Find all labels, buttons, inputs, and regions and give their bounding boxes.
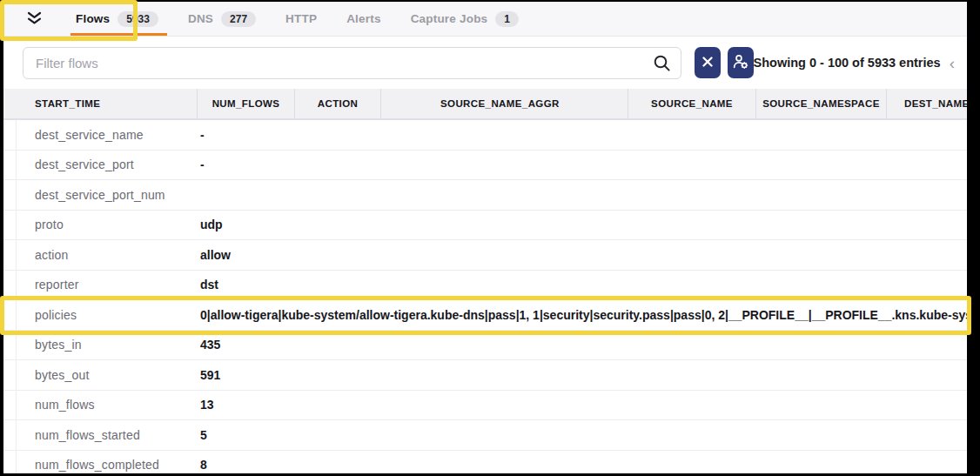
column-header-num-flows[interactable]: NUM_FLOWS xyxy=(197,89,294,118)
table-header-row: START_TIME NUM_FLOWS ACTION SOURCE_NAME_… xyxy=(3,89,967,120)
detail-key: num_flows xyxy=(35,398,95,412)
filter-bar: Showing 0 - 100 of 5933 entries ‹ xyxy=(3,37,967,89)
detail-value: allow xyxy=(200,248,231,262)
detail-value: 591 xyxy=(200,368,220,382)
detail-key: dest_service_port xyxy=(35,158,134,171)
detail-key: policies xyxy=(35,308,77,322)
detail-key: num_flows_started xyxy=(35,428,140,442)
detail-key: proto xyxy=(35,218,64,231)
detail-value: dst xyxy=(200,278,218,292)
close-icon xyxy=(702,57,713,70)
tab-label: HTTP xyxy=(285,12,317,25)
detail-row-bytes-in: bytes_in 435 xyxy=(3,331,967,361)
detail-key: dest_service_port_num xyxy=(35,188,165,202)
detail-value: udp xyxy=(200,218,223,231)
double-chevron-down-icon[interactable] xyxy=(24,11,44,26)
tab-label: Flows xyxy=(76,12,110,25)
detail-value: 0|allow-tigera|kube-system/allow-tigera.… xyxy=(200,308,967,322)
detail-row-num-flows-started: num_flows_started 5 xyxy=(3,420,967,451)
tab-http[interactable]: HTTP xyxy=(285,2,317,36)
column-header-action[interactable]: ACTION xyxy=(294,89,380,118)
detail-row-dest-service-port: dest_service_port - xyxy=(3,151,967,181)
column-header-dest-name-aggr[interactable]: DEST_NAME_AGGR xyxy=(886,89,967,118)
detail-key: bytes_out xyxy=(35,368,90,382)
detail-row-policies: policies 0|allow-tigera|kube-system/allo… xyxy=(3,300,967,331)
flow-viewer-app: Flows 5933 DNS 277 HTTP Alerts Capture J… xyxy=(3,2,967,473)
tab-capture-jobs[interactable]: Capture Jobs 1 xyxy=(411,2,519,36)
detail-row-num-flows-completed: num_flows_completed 8 xyxy=(3,451,967,474)
tab-label: Alerts xyxy=(346,12,380,25)
detail-value: 13 xyxy=(200,398,214,412)
column-header-source-namespace[interactable]: SOURCE_NAMESPACE xyxy=(755,89,886,118)
clear-filter-button[interactable] xyxy=(695,47,721,78)
column-header-start-time[interactable]: START_TIME xyxy=(3,89,197,118)
detail-row-dest-service-port-num: dest_service_port_num xyxy=(3,180,967,211)
detail-row-dest-service-name: dest_service_name - xyxy=(3,120,967,151)
detail-value: 5 xyxy=(200,428,207,442)
filter-input[interactable] xyxy=(23,47,681,79)
detail-key: dest_service_name xyxy=(35,128,144,142)
chevron-left-icon[interactable]: ‹ xyxy=(950,55,955,71)
tab-flows[interactable]: Flows 5933 xyxy=(76,2,158,36)
user-settings-button[interactable] xyxy=(728,47,754,78)
tab-dns[interactable]: DNS 277 xyxy=(188,2,256,36)
user-gear-icon xyxy=(732,53,748,72)
detail-value: - xyxy=(200,128,205,142)
detail-value: 435 xyxy=(200,338,220,352)
detail-row-reporter: reporter dst xyxy=(3,271,967,301)
tab-bar: Flows 5933 DNS 277 HTTP Alerts Capture J… xyxy=(3,2,967,37)
column-header-source-name-aggr[interactable]: SOURCE_NAME_AGGR xyxy=(380,89,628,118)
tab-alerts[interactable]: Alerts xyxy=(346,2,380,36)
detail-key: action xyxy=(35,248,69,262)
search-icon[interactable] xyxy=(653,54,671,76)
detail-key: reporter xyxy=(35,278,79,292)
flow-detail-panel: dest_service_name - dest_service_port - … xyxy=(3,120,967,473)
detail-key: bytes_in xyxy=(35,338,82,352)
detail-value: - xyxy=(200,158,205,171)
detail-row-action: action allow xyxy=(3,240,967,271)
filter-input-container xyxy=(23,47,681,79)
tab-count-badge: 277 xyxy=(221,11,256,27)
screenshot-frame: Flows 5933 DNS 277 HTTP Alerts Capture J… xyxy=(0,0,980,476)
detail-key: num_flows_completed xyxy=(35,458,159,472)
tab-count-badge: 1 xyxy=(495,11,519,27)
column-header-source-name[interactable]: SOURCE_NAME xyxy=(628,89,755,118)
tab-label: Capture Jobs xyxy=(411,12,488,25)
tab-count-badge: 5933 xyxy=(117,11,158,27)
entries-summary: Showing 0 - 100 of 5933 entries xyxy=(754,56,941,70)
detail-row-proto: proto udp xyxy=(3,211,967,241)
detail-row-bytes-out: bytes_out 591 xyxy=(3,360,967,391)
tab-label: DNS xyxy=(188,12,213,25)
detail-row-num-flows: num_flows 13 xyxy=(3,391,967,421)
detail-value: 8 xyxy=(200,458,207,472)
